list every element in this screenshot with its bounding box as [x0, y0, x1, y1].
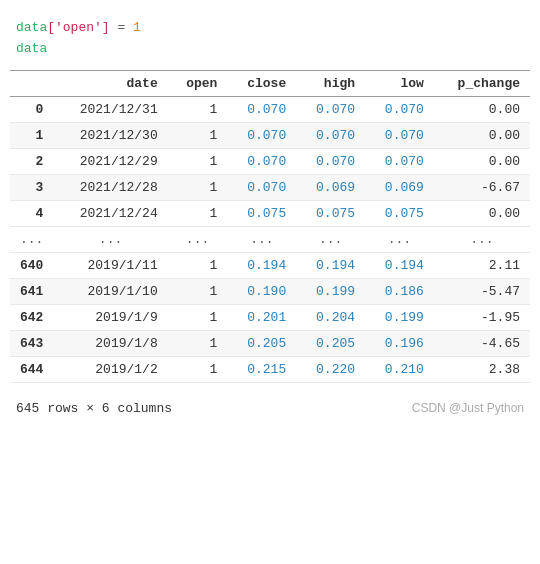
cell-idx: 4: [10, 200, 53, 226]
cell-low: 0.194: [365, 252, 434, 278]
cell-date: 2021/12/24: [53, 200, 167, 226]
col-header-date: date: [53, 70, 167, 96]
cell-date: 2019/1/8: [53, 330, 167, 356]
code-key: ['open']: [47, 20, 109, 35]
ellipsis-cell: ...: [365, 226, 434, 252]
table-row: 6412019/1/1010.1900.1990.186-5.47: [10, 278, 530, 304]
cell-idx: 643: [10, 330, 53, 356]
table-container: date open close high low p_change 02021/…: [0, 70, 540, 393]
code-line-2: data: [16, 39, 524, 60]
cell-p_change: -5.47: [434, 278, 530, 304]
cell-idx: 644: [10, 356, 53, 382]
cell-low: 0.199: [365, 304, 434, 330]
cell-date: 2021/12/29: [53, 148, 167, 174]
cell-date: 2019/1/11: [53, 252, 167, 278]
cell-p_change: 0.00: [434, 122, 530, 148]
cell-close: 0.194: [227, 252, 296, 278]
code-line-1: data['open'] = 1: [16, 18, 524, 39]
cell-open: 1: [168, 122, 228, 148]
footer: 645 rows × 6 columns CSDN @Just Python: [0, 393, 540, 424]
cell-open: 1: [168, 148, 228, 174]
cell-p_change: 2.11: [434, 252, 530, 278]
cell-high: 0.069: [296, 174, 365, 200]
cell-idx: 641: [10, 278, 53, 304]
cell-p_change: -4.65: [434, 330, 530, 356]
cell-idx: 1: [10, 122, 53, 148]
cell-low: 0.210: [365, 356, 434, 382]
cell-open: 1: [168, 174, 228, 200]
cell-p_change: 0.00: [434, 96, 530, 122]
ellipsis-cell: ...: [296, 226, 365, 252]
col-header-open: open: [168, 70, 228, 96]
ellipsis-cell: ...: [227, 226, 296, 252]
cell-high: 0.220: [296, 356, 365, 382]
cell-date: 2019/1/2: [53, 356, 167, 382]
table-row: 6442019/1/210.2150.2200.2102.38: [10, 356, 530, 382]
cell-date: 2021/12/28: [53, 174, 167, 200]
cell-idx: 3: [10, 174, 53, 200]
col-header-idx: [10, 70, 53, 96]
code-var-data: data: [16, 20, 47, 35]
cell-high: 0.204: [296, 304, 365, 330]
code-block: data['open'] = 1 data: [0, 10, 540, 70]
data-table: date open close high low p_change 02021/…: [10, 70, 530, 383]
col-header-p_change: p_change: [434, 70, 530, 96]
cell-close: 0.205: [227, 330, 296, 356]
table-summary: 645 rows × 6 columns: [16, 401, 172, 416]
cell-open: 1: [168, 356, 228, 382]
cell-close: 0.190: [227, 278, 296, 304]
cell-p_change: 2.38: [434, 356, 530, 382]
ellipsis-cell: ...: [10, 226, 53, 252]
table-row: 22021/12/2910.0700.0700.0700.00: [10, 148, 530, 174]
cell-close: 0.215: [227, 356, 296, 382]
cell-high: 0.199: [296, 278, 365, 304]
watermark: CSDN @Just Python: [412, 401, 524, 415]
ellipsis-cell: ...: [53, 226, 167, 252]
cell-close: 0.070: [227, 96, 296, 122]
cell-low: 0.075: [365, 200, 434, 226]
cell-date: 2019/1/9: [53, 304, 167, 330]
cell-p_change: 0.00: [434, 148, 530, 174]
table-row: 6432019/1/810.2050.2050.196-4.65: [10, 330, 530, 356]
cell-open: 1: [168, 96, 228, 122]
table-row: 32021/12/2810.0700.0690.069-6.67: [10, 174, 530, 200]
table-row: 6402019/1/1110.1940.1940.1942.11: [10, 252, 530, 278]
cell-open: 1: [168, 252, 228, 278]
cell-high: 0.070: [296, 96, 365, 122]
table-row: 02021/12/3110.0700.0700.0700.00: [10, 96, 530, 122]
col-header-high: high: [296, 70, 365, 96]
code-val: 1: [133, 20, 141, 35]
cell-close: 0.075: [227, 200, 296, 226]
cell-open: 1: [168, 200, 228, 226]
cell-open: 1: [168, 304, 228, 330]
cell-idx: 642: [10, 304, 53, 330]
cell-p_change: -6.67: [434, 174, 530, 200]
cell-p_change: -1.95: [434, 304, 530, 330]
cell-open: 1: [168, 330, 228, 356]
ellipsis-row: .....................: [10, 226, 530, 252]
cell-high: 0.070: [296, 122, 365, 148]
cell-high: 0.075: [296, 200, 365, 226]
col-header-close: close: [227, 70, 296, 96]
cell-low: 0.070: [365, 96, 434, 122]
table-header-row: date open close high low p_change: [10, 70, 530, 96]
cell-date: 2021/12/31: [53, 96, 167, 122]
table-row: 42021/12/2410.0750.0750.0750.00: [10, 200, 530, 226]
table-row: 6422019/1/910.2010.2040.199-1.95: [10, 304, 530, 330]
ellipsis-cell: ...: [434, 226, 530, 252]
cell-high: 0.070: [296, 148, 365, 174]
cell-high: 0.194: [296, 252, 365, 278]
cell-date: 2019/1/10: [53, 278, 167, 304]
table-row: 12021/12/3010.0700.0700.0700.00: [10, 122, 530, 148]
cell-idx: 0: [10, 96, 53, 122]
cell-open: 1: [168, 278, 228, 304]
cell-low: 0.069: [365, 174, 434, 200]
cell-p_change: 0.00: [434, 200, 530, 226]
cell-idx: 2: [10, 148, 53, 174]
cell-low: 0.070: [365, 122, 434, 148]
cell-close: 0.201: [227, 304, 296, 330]
cell-close: 0.070: [227, 122, 296, 148]
cell-high: 0.205: [296, 330, 365, 356]
col-header-low: low: [365, 70, 434, 96]
cell-idx: 640: [10, 252, 53, 278]
